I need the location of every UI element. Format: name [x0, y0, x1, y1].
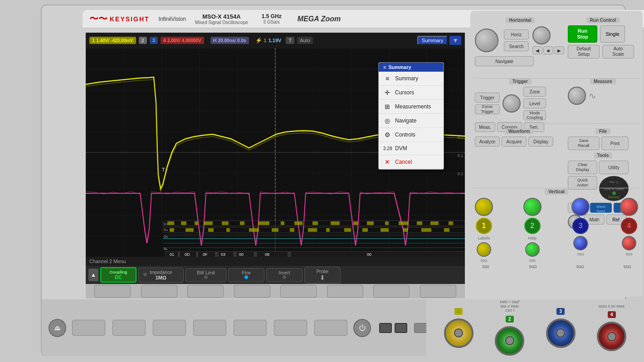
acquire-button[interactable]: Acquire [502, 137, 527, 147]
mode-coupling-button[interactable]: ModeCoupling [523, 110, 546, 120]
ch4-bnc[interactable] [597, 322, 626, 351]
menu-up-arrow[interactable]: ▲ [88, 269, 98, 281]
t-badge[interactable]: T [286, 37, 294, 44]
menu-item-controls[interactable]: ⚙ Controls [379, 128, 444, 142]
level-button[interactable]: Level [523, 98, 546, 108]
ch2-badge[interactable]: 2 [139, 37, 147, 44]
h-time: 20.00ns/ [218, 38, 236, 43]
menu-item-dvm[interactable]: 3.28 DVM [379, 142, 444, 155]
ch4-badge[interactable]: 4 2.00V/ 4.00000V [161, 37, 204, 44]
ch1-labels-btn[interactable]: Labels [478, 236, 490, 240]
menu-item-cancel[interactable]: ✕ Cancel [379, 155, 444, 169]
ch4-pos-knob[interactable] [622, 236, 636, 250]
trigger-level-knob[interactable] [503, 94, 521, 113]
menu-item-summary[interactable]: ≡ Summary [379, 72, 444, 86]
tools-buttons: ClearDisplay Utility [568, 161, 638, 174]
softkey-8[interactable] [420, 285, 456, 298]
ch3-connector-label: 3 [556, 308, 565, 315]
ch4-num-button[interactable]: 4 [621, 218, 637, 234]
ch3-num-button[interactable]: 3 [572, 218, 589, 234]
logo-icon: 〜〜 [89, 13, 107, 25]
softkey-4[interactable] [234, 285, 270, 298]
clear-display-button[interactable]: ClearDisplay [568, 161, 597, 174]
h-badge[interactable]: H 20.00ns/ 0.0s [210, 37, 249, 44]
zone-button[interactable]: Zone [523, 87, 546, 97]
force-trigger-button[interactable]: ForceTrigger [475, 104, 500, 114]
ch1-bnc[interactable] [444, 318, 473, 348]
softkey-7[interactable] [373, 285, 410, 298]
ch1-scale-knob[interactable] [475, 198, 493, 216]
impedance-button[interactable]: Impedance 1MΩ [138, 268, 184, 283]
softkey-1[interactable] [94, 285, 131, 298]
svg-text:0D: 0D [185, 252, 190, 257]
bw-limit-button[interactable]: BW Limit [185, 268, 226, 282]
ch2-pos-knob[interactable] [525, 242, 540, 257]
ch2-scale-knob[interactable] [523, 198, 542, 216]
ch1-num-button[interactable]: 1 [476, 218, 492, 234]
ch3-pos-knob[interactable] [573, 236, 588, 250]
probe-icon: ⬇ [320, 274, 325, 281]
bottom-soft-5[interactable] [234, 320, 267, 336]
menu-item-navigate[interactable]: ◎ Navigate [379, 114, 444, 128]
probe-label: Probe [317, 269, 329, 274]
svg-rect-29 [272, 228, 278, 232]
softkey-6[interactable] [327, 285, 363, 298]
ch1-pos-knob[interactable] [477, 242, 491, 257]
fine-button[interactable]: Fine [228, 268, 264, 282]
nav-right[interactable]: ▶ [554, 46, 564, 54]
expand-icon[interactable]: ▼ [449, 36, 461, 45]
coupling-button[interactable]: Coupling DC [100, 267, 137, 283]
analyze-button[interactable]: Analyze [475, 137, 500, 147]
bottom-soft-7[interactable] [314, 320, 347, 336]
single-button[interactable]: Single [600, 25, 625, 43]
search-button[interactable]: Search [504, 41, 529, 51]
sample-rate: 5 GSa/s [263, 20, 280, 24]
print-button[interactable]: Print [601, 137, 629, 150]
ch2-bnc[interactable] [495, 326, 524, 356]
summary-top-button[interactable]: Summary [417, 36, 448, 45]
bottom-soft-1[interactable] [72, 320, 105, 336]
probe-button[interactable]: Probe ⬇ [304, 267, 341, 284]
softkey-3[interactable] [187, 285, 224, 298]
utility-button[interactable]: Utility [599, 161, 629, 174]
horiz-controls: Horiz Search ◀ ■ ▶ [475, 26, 566, 54]
display-button[interactable]: Display [528, 137, 553, 147]
tools-label: Tools [568, 151, 638, 159]
navigate-button[interactable]: Navigate [475, 56, 534, 66]
menu-item-measurements[interactable]: ⊞ Measurements [379, 100, 444, 114]
power-button[interactable]: ⏻ [353, 319, 371, 337]
ch3-bnc[interactable] [546, 318, 576, 348]
invert-button[interactable]: Invert [266, 268, 302, 282]
horizontal-knob[interactable] [475, 29, 498, 52]
bottom-soft-3[interactable] [153, 320, 186, 336]
run-stop-button[interactable]: RunStop [568, 25, 597, 43]
bottom-soft-2[interactable] [112, 320, 146, 336]
horiz-button[interactable]: Horiz [504, 29, 529, 39]
menu-item-cursors[interactable]: ✛ Cursors [379, 86, 444, 100]
ch4-scale-knob[interactable] [620, 198, 638, 216]
svg-rect-8 [204, 221, 213, 225]
zoom-knob[interactable] [532, 26, 551, 44]
bottom-soft-6[interactable] [274, 320, 307, 336]
menu-header: ≡ Summary [379, 63, 444, 72]
ch4-offset: 4.00000V [182, 38, 201, 43]
softkey-5[interactable] [280, 285, 317, 298]
ch1-volts: 1.40V/ [96, 38, 109, 43]
ch3-scale-knob[interactable] [571, 198, 590, 216]
default-setup-button[interactable]: DefaultSetup [568, 45, 600, 59]
nav-left[interactable]: ◀ [532, 46, 542, 54]
svg-rect-33 [344, 228, 351, 232]
save-recall-button[interactable]: SaveRecall [568, 137, 600, 150]
ch3-badge[interactable]: 3 [150, 37, 158, 44]
trigger-mode-buttons: Zone Level ModeCoupling [523, 87, 546, 120]
ch2-num-button[interactable]: 2 [524, 218, 541, 234]
bottom-soft-4[interactable] [193, 320, 226, 336]
nav-stop[interactable]: ■ [543, 46, 553, 54]
ch2-help-btn[interactable]: Help [528, 236, 537, 240]
softkey-2[interactable] [141, 285, 177, 298]
eject-button[interactable]: ⏏ [49, 319, 66, 337]
ch1-badge[interactable]: 1 1.40V/ -420.00mV [89, 37, 136, 44]
trigger-button[interactable]: Trigger [475, 93, 500, 103]
measure-knob[interactable] [568, 87, 586, 105]
auto-scale-button[interactable]: AutoScale [602, 45, 634, 59]
